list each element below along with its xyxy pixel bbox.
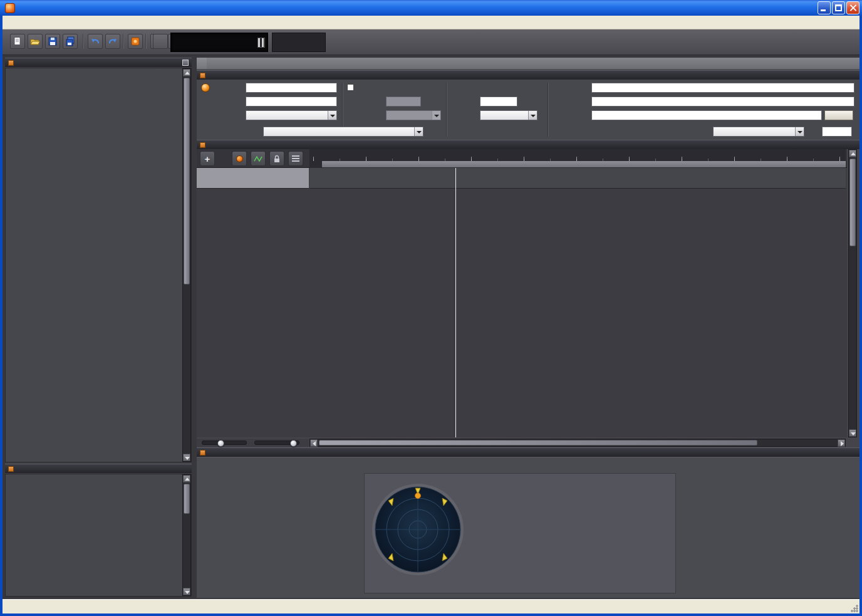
cue-icon: [201, 83, 210, 92]
lock-button[interactable]: [269, 151, 284, 166]
right-panel: [197, 58, 859, 598]
dropdown-arrow-icon: [795, 127, 804, 136]
play-button[interactable]: [153, 34, 168, 49]
project-tree-header: [5, 58, 192, 67]
priority-type-value: [480, 111, 528, 120]
automation-mode-button[interactable]: [251, 151, 266, 166]
blocks-lane[interactable]: [309, 168, 846, 189]
time-scrubber-icon[interactable]: [257, 38, 265, 48]
material-header: [5, 464, 192, 473]
redo-button[interactable]: [105, 34, 120, 49]
priority-value-input[interactable]: [480, 97, 517, 107]
scroll-right-icon[interactable]: [838, 439, 845, 447]
limit-type-dropdown: [386, 110, 441, 120]
breadcrumb-path: [207, 58, 859, 69]
scroll-up-icon[interactable]: [849, 150, 856, 157]
app-icon: [5, 3, 15, 13]
category-input[interactable]: [591, 110, 822, 120]
fx-panel: [197, 457, 859, 598]
slider-knob[interactable]: [217, 440, 224, 447]
menu-bar: [3, 16, 859, 29]
limit-count-input: [386, 97, 421, 107]
dropdown-arrow-icon: [328, 111, 336, 120]
open-project-button[interactable]: [28, 34, 43, 49]
dropdown-arrow-icon: [414, 127, 423, 136]
scrollbar-handle[interactable]: [184, 78, 190, 285]
track-list-button[interactable]: [288, 151, 303, 166]
zoom-slider-v[interactable]: [254, 441, 299, 445]
limit-type-value: [387, 111, 432, 120]
userdata-input[interactable]: [591, 97, 854, 107]
resize-grip[interactable]: [850, 604, 858, 612]
timeline-canvas: [197, 168, 847, 437]
category-edit-button[interactable]: [824, 110, 853, 120]
cue-type-value: [246, 111, 328, 120]
fx-pitch-slider[interactable]: [249, 476, 360, 482]
add-track-button[interactable]: [200, 151, 215, 166]
slider-knob[interactable]: [290, 440, 297, 447]
dock-icon[interactable]: [182, 60, 189, 66]
cue-name-input[interactable]: [246, 83, 337, 93]
save-all-button[interactable]: [63, 34, 78, 49]
performance-meter: [272, 33, 326, 52]
timeline-hscrollbar[interactable]: [309, 439, 846, 447]
dropdown-arrow-icon: [432, 111, 440, 120]
new-project-button[interactable]: [10, 34, 25, 49]
undo-button[interactable]: [88, 34, 103, 49]
scroll-up-icon[interactable]: [183, 69, 190, 76]
project-tree-scrollbar[interactable]: [182, 68, 191, 462]
breadcrumb: [197, 58, 859, 70]
record-button[interactable]: [232, 151, 247, 166]
cue-info-header: [197, 70, 859, 80]
scroll-down-icon[interactable]: [849, 429, 856, 437]
scrollbar-handle[interactable]: [319, 440, 757, 446]
save-button[interactable]: [45, 34, 60, 49]
zoom-slider-h[interactable]: [202, 441, 247, 445]
marker-lane[interactable]: [322, 161, 846, 167]
scroll-down-icon[interactable]: [183, 454, 190, 461]
left-panel: [5, 58, 192, 597]
scroll-down-icon[interactable]: [183, 588, 190, 595]
scroll-left-icon[interactable]: [310, 439, 318, 447]
preview-tool-button[interactable]: [128, 34, 143, 49]
display-unit-dropdown[interactable]: [713, 127, 804, 137]
status-bar: [3, 599, 859, 613]
title-bar[interactable]: [0, 0, 862, 16]
timeline-zoom-controls: [197, 439, 309, 447]
minimize-button[interactable]: [818, 1, 831, 14]
timeline-vscrollbar[interactable]: [848, 149, 857, 437]
project-tree: [5, 68, 192, 462]
material-scrollbar[interactable]: [182, 474, 191, 596]
fx-header: [197, 447, 859, 457]
voice-behavior-value: [264, 127, 414, 136]
scrollbar-handle[interactable]: [849, 159, 856, 246]
close-button[interactable]: [846, 1, 859, 14]
comment-input[interactable]: [591, 83, 854, 93]
app-window: [0, 0, 862, 616]
scrollbar-handle[interactable]: [184, 484, 190, 514]
timeline-ruler[interactable]: [309, 149, 846, 168]
timeline-header: [197, 140, 859, 149]
record-icon: [236, 155, 243, 162]
tempo-input[interactable]: [822, 127, 852, 137]
maximize-button[interactable]: [832, 1, 845, 14]
time-display: [170, 33, 268, 52]
main-toolbar: [3, 29, 859, 55]
fx-volume-slider[interactable]: [249, 464, 360, 470]
playhead[interactable]: [455, 168, 456, 437]
scroll-up-icon[interactable]: [183, 475, 190, 483]
cue-id-input[interactable]: [246, 97, 337, 107]
material-tree: [5, 474, 192, 597]
display-unit-value: [714, 127, 795, 136]
priority-type-dropdown[interactable]: [480, 110, 537, 120]
dropdown-arrow-icon: [528, 111, 537, 120]
voice-behavior-dropdown[interactable]: [263, 127, 423, 137]
cue-type-dropdown[interactable]: [246, 110, 337, 120]
pan-3d-radar[interactable]: [371, 483, 465, 577]
pan-3d-group: [364, 473, 676, 593]
blocks-corner: [197, 168, 309, 189]
timeline-toolbar: [197, 149, 847, 168]
cue-limit-checkbox[interactable]: [347, 84, 354, 91]
cue-info-panel: [197, 80, 859, 140]
